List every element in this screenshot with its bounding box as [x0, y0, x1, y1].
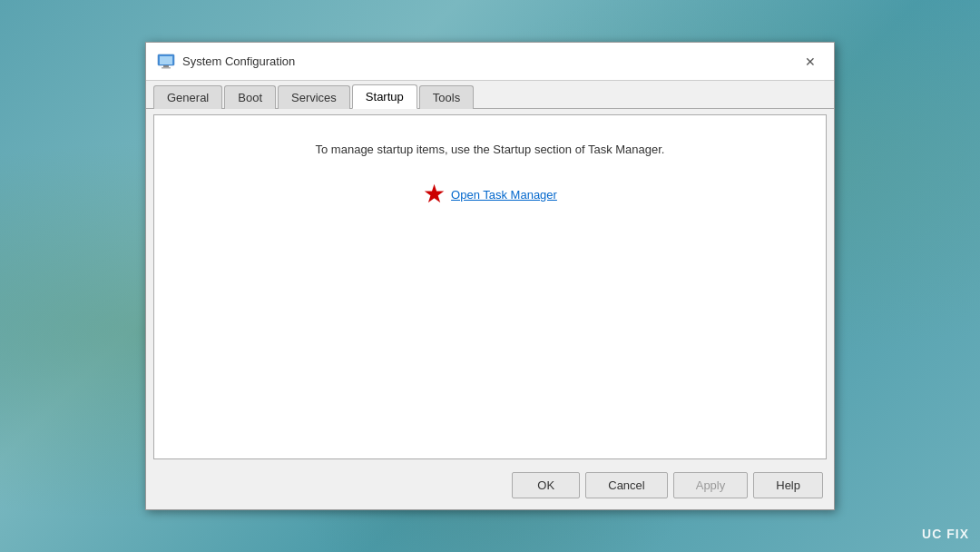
title-bar: System Configuration ✕ [146, 43, 834, 81]
cancel-button[interactable]: Cancel [585, 472, 667, 498]
ok-button[interactable]: OK [512, 472, 580, 498]
tab-general[interactable]: General [153, 85, 222, 109]
svg-rect-3 [162, 67, 171, 69]
watermark: UC FIX [922, 527, 969, 541]
tab-tools[interactable]: Tools [419, 85, 474, 109]
startup-message: To manage startup items, use the Startup… [316, 143, 665, 156]
computer-icon [157, 53, 175, 71]
star-icon: ★ [423, 182, 446, 207]
close-button[interactable]: ✕ [798, 49, 823, 74]
svg-rect-2 [163, 65, 169, 67]
link-area: ★ Open Task Manager [423, 182, 557, 207]
tab-services[interactable]: Services [278, 85, 350, 109]
dialog-title: System Configuration [182, 54, 798, 68]
tab-boot[interactable]: Boot [224, 85, 276, 109]
tab-bar: General Boot Services Startup Tools [146, 81, 834, 109]
open-task-manager-link[interactable]: Open Task Manager [451, 188, 557, 202]
content-area: To manage startup items, use the Startup… [153, 114, 827, 459]
svg-rect-1 [160, 56, 172, 64]
help-button[interactable]: Help [753, 472, 823, 498]
apply-button[interactable]: Apply [673, 472, 749, 498]
button-bar: OK Cancel Apply Help [146, 465, 834, 509]
tab-startup[interactable]: Startup [352, 84, 417, 109]
system-configuration-dialog: System Configuration ✕ General Boot Serv… [145, 42, 835, 510]
